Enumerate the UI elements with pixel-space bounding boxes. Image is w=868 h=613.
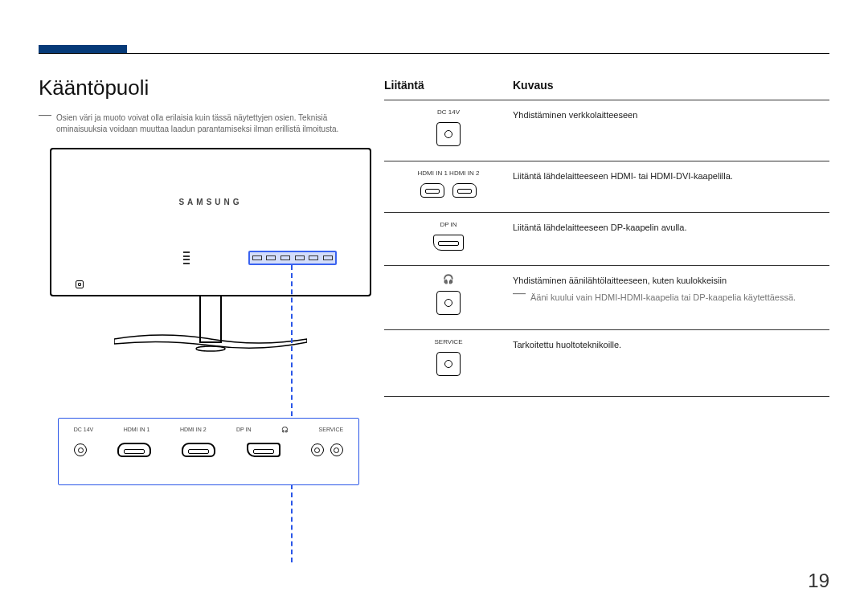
row-sub: Ääni kuului vain HDMI-HDMI-kaapelia tai … [530, 291, 796, 304]
table-row: DP IN Liitäntä lähdelaitteeseen DP-kaape… [384, 212, 829, 265]
dp-icon [247, 443, 280, 457]
table-row: HDMI IN 1 HDMI IN 2 Liitäntä lähdelaitte… [384, 161, 829, 212]
row-label: HDMI IN 1 HDMI IN 2 [418, 170, 480, 177]
hdmi2-icon [182, 443, 215, 457]
svg-point-0 [196, 346, 225, 351]
note-text: Osien väri ja muoto voivat olla erilaisi… [56, 112, 368, 134]
page-number: 19 [808, 570, 829, 592]
note: ― Osien väri ja muoto voivat olla erilai… [39, 112, 368, 134]
row-label: DP IN [440, 221, 457, 228]
brand-logo: SAMSUNG [178, 198, 242, 206]
hdmi1-icon [117, 443, 151, 457]
row-label: DC 14V [437, 108, 460, 116]
table-bottom-border [384, 396, 829, 397]
stand-base [114, 334, 307, 352]
row-desc: Tarkoitettu huoltoteknikoille. [513, 340, 621, 349]
chapter-indicator [39, 45, 127, 53]
port-label-hp: 🎧 [281, 427, 289, 433]
port-panel-detail: DC 14V HDMI IN 1 HDMI IN 2 DP IN 🎧 SERVI… [58, 418, 359, 485]
headphone-jack-icon [311, 443, 324, 456]
sub-dash: ― [513, 289, 526, 304]
table-row: SERVICE Tarkoitettu huoltoteknikoille. [384, 329, 829, 390]
col-desc: Kuvaus [513, 79, 554, 92]
hdmi-ports-icon [420, 183, 477, 198]
row-desc: Yhdistäminen verkkolaitteeseen [513, 110, 637, 120]
document-page: Kääntöpuoli ― Osien väri ja muoto voivat… [0, 0, 868, 613]
port-label-service: SERVICE [319, 427, 344, 433]
row-desc: Liitäntä lähdelaitteeseen DP-kaapelin av… [513, 223, 686, 232]
col-port: Liitäntä [384, 79, 513, 92]
port-highlight [248, 251, 337, 265]
rear-diagram: SAMSUNG [50, 148, 371, 389]
row-desc: Liitäntä lähdelaitteeseen HDMI- tai HDMI… [513, 171, 733, 181]
dc-jack-icon [74, 443, 87, 456]
note-dash: ― [39, 111, 51, 134]
section-heading: Kääntöpuoli [39, 76, 149, 100]
table-header: Liitäntä Kuvaus [384, 79, 829, 100]
dc-port-icon [436, 122, 461, 146]
port-label-hdmi2: HDMI IN 2 [180, 427, 207, 433]
service-port-icon [436, 352, 461, 376]
table-row: DC 14V Yhdistäminen verkkolaitteeseen [384, 100, 829, 161]
ports-table: Liitäntä Kuvaus DC 14V Yhdistäminen verk… [384, 79, 829, 390]
dp-port-icon [433, 235, 464, 251]
row-desc: Yhdistäminen äänilähtölaitteeseen, kuten… [513, 276, 727, 285]
header-divider [39, 53, 829, 54]
headphone-icon: 🎧 [443, 274, 454, 284]
headphone-port-icon [436, 291, 461, 315]
vent-icon [183, 251, 190, 264]
port-label-dp: DP IN [236, 427, 252, 433]
monitor-outline: SAMSUNG [50, 148, 371, 296]
callout-line [291, 265, 293, 562]
service-jack-icon [330, 443, 343, 456]
row-label: SERVICE [435, 338, 463, 345]
table-row: 🎧 Yhdistäminen äänilähtölaitteeseen, kut… [384, 265, 829, 329]
jog-button [76, 280, 84, 288]
port-label-hdmi1: HDMI IN 1 [124, 427, 150, 433]
port-label-dc: DC 14V [74, 427, 94, 433]
